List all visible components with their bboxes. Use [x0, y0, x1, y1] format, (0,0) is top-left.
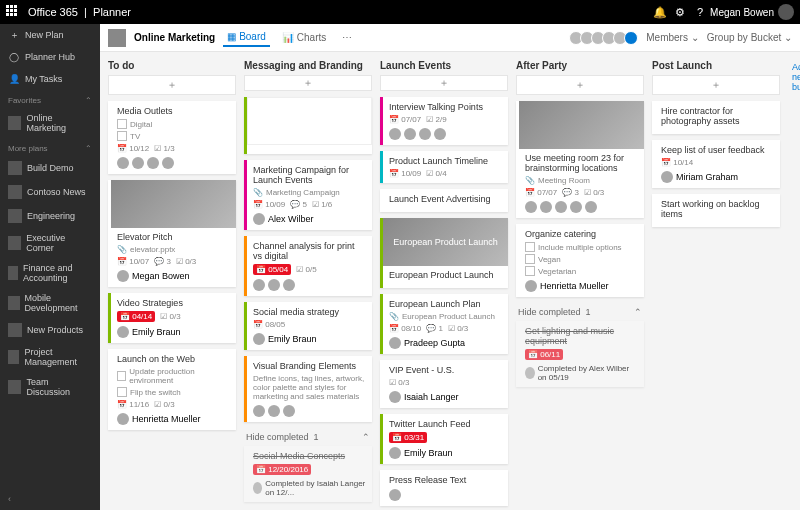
- checklist-item[interactable]: Vegetarian: [525, 266, 638, 276]
- task-card[interactable]: Elevator Pitch📎elevator.pptx📅 10/07💬 3☑ …: [108, 180, 236, 287]
- assignee: Henrietta Mueller: [117, 413, 230, 425]
- task-card[interactable]: Launch on the WebUpdate production envir…: [108, 349, 236, 430]
- checklist-item[interactable]: Update production environment: [117, 367, 230, 385]
- bucket-title[interactable]: To do: [108, 58, 236, 75]
- sidebar-plan-item[interactable]: Contoso News: [0, 180, 100, 204]
- task-card[interactable]: European Launch Plan📎European Product La…: [380, 294, 508, 354]
- task-card[interactable]: VIP Event - U.S.☑ 0/3Isaiah Langer: [380, 360, 508, 408]
- app-launcher-icon[interactable]: [6, 5, 20, 19]
- tab-charts[interactable]: 📊Charts: [278, 29, 330, 46]
- members-dropdown[interactable]: Members ⌄: [646, 32, 698, 43]
- plan-members-avatars[interactable]: [572, 31, 638, 45]
- chevron-up-icon: ⌃: [634, 307, 642, 317]
- avatar: [389, 391, 401, 403]
- bucket-column: Post Launch＋Hire contractor for photogra…: [652, 58, 780, 504]
- checklist-progress: ☑ 2/9: [426, 115, 446, 124]
- comment-count: 💬 5: [290, 200, 307, 209]
- user-menu[interactable]: Megan Bowen: [710, 4, 794, 20]
- assignee: Isaiah Langer: [389, 391, 502, 403]
- sidebar-plan-item[interactable]: Team Discussion: [0, 372, 100, 402]
- task-card-completed[interactable]: Get lighting and music equipment📅 06/11C…: [516, 321, 644, 387]
- card-image: [247, 97, 372, 145]
- favorites-header[interactable]: Favorites⌃: [0, 90, 100, 108]
- checklist-item[interactable]: TV: [117, 131, 230, 141]
- hide-completed-toggle[interactable]: Hide completed 1⌃: [244, 428, 372, 446]
- task-card[interactable]: Launch Event Advertising: [380, 189, 508, 212]
- task-card[interactable]: European Product LaunchEuropean Product …: [380, 218, 508, 288]
- global-header: Office 365 | Planner 🔔 ⚙ ? Megan Bowen: [0, 0, 800, 24]
- more-plans-header[interactable]: More plans⌃: [0, 138, 100, 156]
- settings-icon[interactable]: ⚙: [670, 6, 690, 19]
- sidebar-plan-item[interactable]: Engineering: [0, 204, 100, 228]
- collapse-nav-icon[interactable]: ‹: [0, 488, 100, 510]
- task-card[interactable]: Twitter Launch Feed📅 03/31Emily Braun: [380, 414, 508, 464]
- chevron-up-icon: ⌃: [362, 432, 370, 442]
- avatar: [434, 128, 446, 140]
- task-card[interactable]: Product Launch Timeline📅 10/09☑ 0/4: [380, 151, 508, 183]
- task-card[interactable]: Keep list of user feedback📅 10/14Miriam …: [652, 140, 780, 188]
- task-card[interactable]: Channel analysis for print vs digital📅 0…: [244, 236, 372, 296]
- task-card[interactable]: Marketing Campaign for Launch Events📎Mar…: [244, 160, 372, 230]
- task-card[interactable]: Hire contractor for photography assets: [652, 101, 780, 134]
- board-icon: ▦: [227, 31, 236, 42]
- avatar: [389, 128, 401, 140]
- checklist-item[interactable]: Vegan: [525, 254, 638, 264]
- more-icon[interactable]: ⋯: [338, 29, 356, 46]
- planner-hub-link[interactable]: ◯Planner Hub: [0, 46, 100, 68]
- card-title: Organize catering: [525, 229, 638, 239]
- task-card[interactable]: Video Strategies📅 04/14☑ 0/3Emily Braun: [108, 293, 236, 343]
- notifications-icon[interactable]: 🔔: [650, 6, 670, 19]
- assignee: Emily Braun: [253, 333, 366, 345]
- sidebar-plan-item[interactable]: New Products: [0, 318, 100, 342]
- tab-board[interactable]: ▦Board: [223, 28, 270, 47]
- due-date: 📅 08/10: [389, 324, 421, 333]
- add-task-button[interactable]: ＋: [652, 75, 780, 95]
- bucket-title[interactable]: Post Launch: [652, 58, 780, 75]
- task-card[interactable]: Interview Talking Points📅 07/07☑ 2/9: [380, 97, 508, 145]
- sidebar-plan-item[interactable]: Executive Corner: [0, 228, 100, 258]
- card-title: Launch Event Advertising: [389, 194, 502, 204]
- add-bucket-button[interactable]: Add new bu: [788, 58, 800, 504]
- task-card-completed[interactable]: Social Media Concepts📅 12/20/2016Complet…: [244, 446, 372, 502]
- task-card[interactable]: Start working on backlog items: [652, 194, 780, 227]
- new-plan-button[interactable]: ＋New Plan: [0, 24, 100, 46]
- task-card[interactable]: Social media strategy📅 08/05Emily Braun: [244, 302, 372, 350]
- task-card[interactable]: Visual Branding ElementsDefine icons, ta…: [244, 356, 372, 422]
- add-task-button[interactable]: ＋: [516, 75, 644, 95]
- task-card[interactable]: Media OutletsDigitalTV📅 10/12☑ 1/3: [108, 101, 236, 174]
- sidebar-fav-item[interactable]: Online Marketing: [0, 108, 100, 138]
- my-tasks-link[interactable]: 👤My Tasks: [0, 68, 100, 90]
- task-card[interactable]: Use meeting room 23 for brainstorming lo…: [516, 101, 644, 218]
- sidebar-plan-item[interactable]: Build Demo: [0, 156, 100, 180]
- avatar: [555, 201, 567, 213]
- charts-icon: 📊: [282, 32, 294, 43]
- card-title: Social media strategy: [253, 307, 366, 317]
- avatar: [117, 413, 129, 425]
- group-by-dropdown[interactable]: Group by Bucket ⌄: [707, 32, 792, 43]
- checklist-item[interactable]: Digital: [117, 119, 230, 129]
- avatar: [253, 333, 265, 345]
- bucket-title[interactable]: Launch Events: [380, 58, 508, 75]
- avatar: [268, 279, 280, 291]
- sidebar-plan-item[interactable]: Finance and Accounting: [0, 258, 100, 288]
- task-card[interactable]: Organize cateringInclude multiple option…: [516, 224, 644, 297]
- card-title: Marketing Campaign for Launch Events: [253, 165, 366, 185]
- avatar: [117, 157, 129, 169]
- card-title: Interview Talking Points: [389, 102, 502, 112]
- hide-completed-toggle[interactable]: Hide completed 1⌃: [516, 303, 644, 321]
- add-task-button[interactable]: ＋: [380, 75, 508, 91]
- sidebar-plan-item[interactable]: Mobile Development: [0, 288, 100, 318]
- checklist-progress: ☑ 0/3: [176, 257, 196, 266]
- checklist-item[interactable]: Flip the switch: [117, 387, 230, 397]
- task-card[interactable]: Press Release Text: [380, 470, 508, 506]
- help-icon[interactable]: ?: [690, 6, 710, 18]
- checklist-item[interactable]: Include multiple options: [525, 242, 638, 252]
- add-task-button[interactable]: ＋: [108, 75, 236, 95]
- bucket-title[interactable]: After Party: [516, 58, 644, 75]
- bucket-title[interactable]: Messaging and Branding: [244, 58, 372, 75]
- avatar: [117, 326, 129, 338]
- add-task-button[interactable]: ＋: [244, 75, 372, 91]
- task-card[interactable]: [244, 97, 372, 154]
- sidebar-plan-item[interactable]: Project Management: [0, 342, 100, 372]
- checklist-progress: ☑ 0/3: [584, 188, 604, 197]
